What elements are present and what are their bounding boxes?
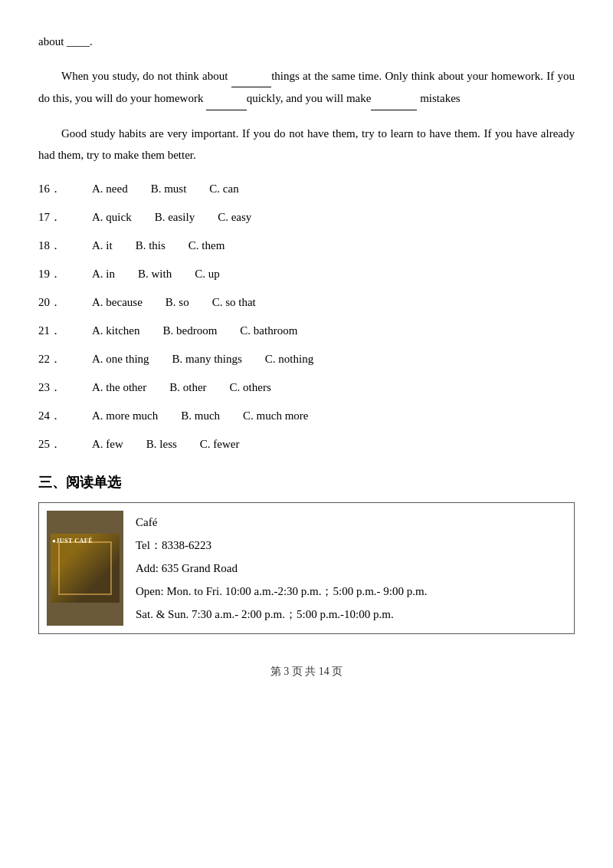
q20-a: A. because [92,292,143,313]
cafe-open2: Sat. & Sun. 7:30 a.m.- 2:00 p.m.；5:00 p.… [136,603,427,626]
q22-b: B. many things [172,349,242,370]
q20-c: C. so that [212,292,256,313]
question-18: 18． A. it B. this C. them [38,235,575,256]
q21-a: A. kitchen [92,321,139,341]
q16-c: C. can [209,179,238,199]
question-22: 22． A. one thing B. many things C. nothi… [38,349,575,370]
q21-num: 21． [38,321,69,341]
question-17: 17． A. quick B. easily C. easy [38,207,575,228]
q25-c: C. fewer [200,434,240,455]
q21-b: B. bedroom [162,321,217,341]
question-21: 21． A. kitchen B. bedroom C. bathroom [38,321,575,341]
q18-b: B. this [136,235,166,256]
cafe-image-inner: ●JUST CAFÉ [51,534,120,603]
q25-a: A. few [92,434,123,455]
q23-num: 23． [38,377,69,398]
page-content: about ____. When you study, do not think… [38,31,575,679]
q17-num: 17． [38,207,69,228]
blank-1 [231,65,272,88]
question-25: 25． A. few B. less C. fewer [38,434,575,455]
q21-c: C. bathroom [240,321,297,341]
question-20: 20． A. because B. so C. so that [38,292,575,313]
q24-b: B. much [181,406,220,426]
q18-a: A. it [92,235,113,256]
q19-a: A. in [92,264,115,284]
q16-b: B. must [151,179,187,199]
cafe-info: Café Tel：8338-6223 Add: 635 Grand Road O… [136,511,427,626]
question-19: 19． A. in B. with C. up [38,264,575,284]
section-title: 三、阅读单选 [38,473,575,492]
q22-c: C. nothing [265,349,313,370]
q17-b: B. easily [155,207,195,228]
p1-text: about ____. [38,35,93,48]
q20-b: B. so [166,292,189,313]
q24-c: C. much more [243,406,308,426]
paragraph-2: When you study, do not think about thing… [38,65,575,110]
q22-num: 22． [38,349,69,370]
cafe-name: Café [136,511,427,534]
question-24: 24． A. more much B. much C. much more [38,406,575,426]
q18-c: C. them [188,235,225,256]
q17-c: C. easy [218,207,251,228]
q19-num: 19． [38,264,69,284]
question-23: 23． A. the other B. other C. others [38,377,575,398]
q24-a: A. more much [92,406,158,426]
cafe-image-label: ●JUST CAFÉ [52,538,93,544]
q23-c: C. others [230,377,271,398]
q20-num: 20． [38,292,69,313]
cafe-address: Add: 635 Grand Road [136,557,427,580]
q23-b: B. other [169,377,206,398]
p3-text: Good study habits are very important. If… [38,127,575,162]
cafe-tel: Tel：8338-6223 [136,534,427,557]
q17-a: A. quick [92,207,132,228]
paragraph-3: Good study habits are very important. If… [38,123,575,166]
cafe-image: ●JUST CAFÉ [47,511,123,626]
q22-a: A. one thing [92,349,149,370]
page-footer: 第 3 页 共 14 页 [38,665,575,679]
q18-num: 18． [38,235,69,256]
blank-3 [371,87,417,110]
blank-2 [206,87,247,110]
q25-num: 25． [38,434,69,455]
q16-a: A. need [92,179,128,199]
q25-b: B. less [146,434,177,455]
question-16: 16． A. need B. must C. can [38,179,575,199]
questions-list: 16． A. need B. must C. can 17． A. quick … [38,179,575,455]
q24-num: 24． [38,406,69,426]
q19-c: C. up [195,264,220,284]
cafe-open1: Open: Mon. to Fri. 10:00 a.m.-2:30 p.m.；… [136,580,427,603]
q19-b: B. with [138,264,172,284]
q23-a: A. the other [92,377,146,398]
cafe-card: ●JUST CAFÉ Café Tel：8338-6223 Add: 635 G… [38,502,575,634]
paragraph-1: about ____. [38,31,575,53]
q16-num: 16． [38,179,69,199]
